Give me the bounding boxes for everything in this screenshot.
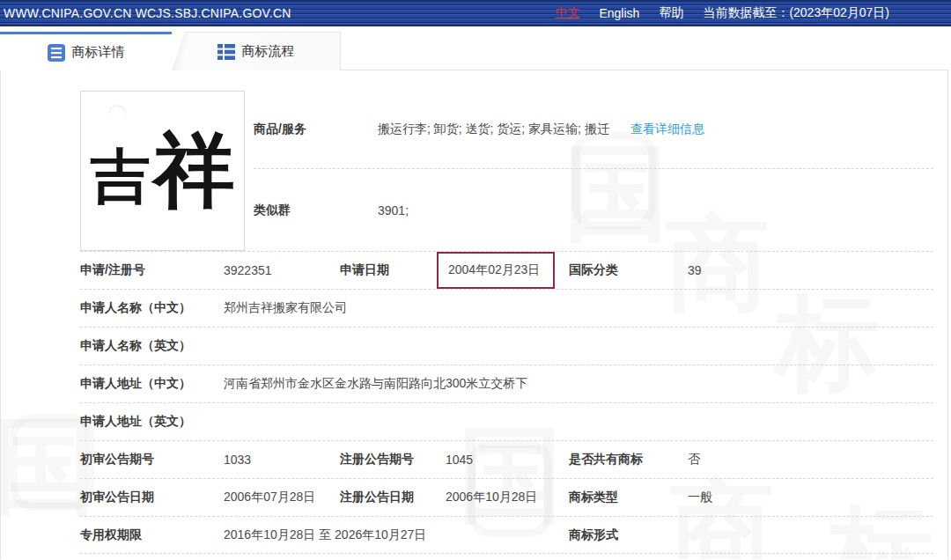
application-date-label: 申请日期 bbox=[340, 262, 446, 278]
table-row: 申请/注册号 3922351 申请日期 2004年02月23日 国际分类 39 bbox=[80, 251, 933, 289]
tab-trademark-details[interactable]: 商标详情 bbox=[0, 32, 172, 70]
tab-bar: 商标详情 商标流程 bbox=[0, 26, 951, 70]
international-class-label: 国际分类 bbox=[569, 262, 688, 278]
applicant-name-en-label: 申请人名称（英文） bbox=[80, 338, 224, 354]
registration-gazette-no-value: 1045 bbox=[446, 453, 569, 467]
goods-services-block: 商品/服务 搬运行李; 卸货; 送货; 货运; 家具运输; 搬迁 查看详细信息 … bbox=[254, 91, 933, 251]
table-row: 申请人地址（英文） bbox=[80, 402, 933, 440]
document-lines-icon bbox=[48, 44, 65, 62]
preliminary-gazette-no-label: 初审公告期号 bbox=[80, 452, 224, 468]
registration-gazette-no-label: 注册公告期号 bbox=[340, 452, 446, 468]
preliminary-gazette-date-value: 2006年07月28日 bbox=[224, 490, 340, 505]
applicant-address-cn-label: 申请人地址（中文） bbox=[80, 376, 224, 392]
view-details-link[interactable]: 查看详细信息 bbox=[630, 122, 704, 137]
applicant-address-en-label: 申请人地址（英文） bbox=[80, 414, 224, 430]
registration-gazette-date-label: 注册公告日期 bbox=[340, 490, 446, 505]
trademark-character-1: 吉 bbox=[91, 137, 151, 217]
application-date-value: 2004年02月23日 bbox=[448, 262, 540, 278]
help-link[interactable]: 帮助 bbox=[659, 5, 683, 21]
similar-group-label: 类似群 bbox=[254, 203, 378, 218]
application-date-highlight: 2004年02月23日 bbox=[437, 252, 555, 289]
international-class-value: 39 bbox=[688, 263, 933, 277]
table-row: 申请人地址（中文） 河南省郑州市金水区金水路与南阳路向北300米立交桥下 bbox=[80, 365, 933, 402]
tab-label: 商标流程 bbox=[242, 43, 295, 60]
registration-gazette-date-value: 2006年10月28日 bbox=[446, 490, 569, 505]
registration-number-label: 申请/注册号 bbox=[80, 262, 224, 278]
applicant-address-cn-value: 河南省郑州市金水区金水路与南阳路向北300米立交桥下 bbox=[224, 376, 933, 392]
applicant-name-cn-value: 郑州吉祥搬家有限公司 bbox=[224, 300, 933, 316]
applicant-name-cn-label: 申请人名称（中文） bbox=[80, 300, 224, 316]
tab-trademark-process[interactable]: 商标流程 bbox=[172, 32, 341, 70]
trademark-image: ◠ 吉 祥 bbox=[80, 91, 245, 251]
data-cutoff-date: 当前数据截至：(2023年02月07日) bbox=[703, 5, 889, 21]
tab-label: 商标详情 bbox=[72, 44, 125, 61]
preliminary-gazette-date-label: 初审公告日期 bbox=[80, 490, 224, 505]
registration-number-value: 3922351 bbox=[224, 263, 340, 277]
topbar: WWW.CNIPA.GOV.CN WCJS.SBJ.CNIPA.GOV.CN 中… bbox=[0, 0, 951, 26]
image-watermark: ◠ bbox=[107, 99, 128, 126]
table-row: 初审公告日期 2006年07月28日 注册公告日期 2006年10月28日 商标… bbox=[80, 478, 933, 516]
trademark-detail-panel: 国 商 标 国 国 商 标 ◠ 吉 祥 商品/服务 搬运行李; 卸货; 送货; … bbox=[0, 70, 948, 559]
mark-type-label: 商标类型 bbox=[569, 490, 688, 505]
mark-form-label: 商标形式 bbox=[569, 527, 688, 543]
trademark-summary-section: ◠ 吉 祥 商品/服务 搬运行李; 卸货; 送货; 货运; 家具运输; 搬迁 查… bbox=[80, 70, 933, 251]
goods-services-row: 商品/服务 搬运行李; 卸货; 送货; 货运; 家具运输; 搬迁 查看详细信息 bbox=[254, 91, 933, 168]
site-urls: WWW.CNIPA.GOV.CN WCJS.SBJ.CNIPA.GOV.CN bbox=[0, 6, 291, 20]
exclusive-period-value: 2016年10月28日 至 2026年10月27日 bbox=[224, 527, 569, 543]
is-shared-mark-value: 否 bbox=[688, 452, 933, 468]
is-shared-mark-label: 是否共有商标 bbox=[569, 452, 688, 468]
exclusive-period-label: 专用权期限 bbox=[80, 527, 224, 543]
table-row: 初审公告期号 1033 注册公告期号 1045 是否共有商标 否 bbox=[80, 440, 933, 478]
similar-group-row: 类似群 3901; bbox=[254, 168, 933, 251]
list-blocks-icon bbox=[217, 44, 235, 60]
table-row: 专用权期限 2016年10月28日 至 2026年10月27日 商标形式 bbox=[80, 516, 933, 554]
language-chinese-link[interactable]: 中文 bbox=[555, 5, 579, 21]
table-row: 申请人名称（英文） bbox=[80, 327, 933, 365]
mark-type-value: 一般 bbox=[688, 490, 933, 505]
language-english-link[interactable]: English bbox=[599, 6, 639, 20]
table-row: 申请人名称（中文） 郑州吉祥搬家有限公司 bbox=[80, 289, 933, 327]
trademark-character-2: 祥 bbox=[154, 116, 235, 225]
topbar-right-links: 中文 English 帮助 当前数据截至：(2023年02月07日) bbox=[555, 5, 951, 21]
goods-services-value: 搬运行李; 卸货; 送货; 货运; 家具运输; 搬迁 bbox=[378, 122, 609, 137]
preliminary-gazette-no-value: 1033 bbox=[224, 453, 340, 467]
goods-services-label: 商品/服务 bbox=[254, 122, 378, 137]
similar-group-value: 3901; bbox=[378, 203, 409, 217]
